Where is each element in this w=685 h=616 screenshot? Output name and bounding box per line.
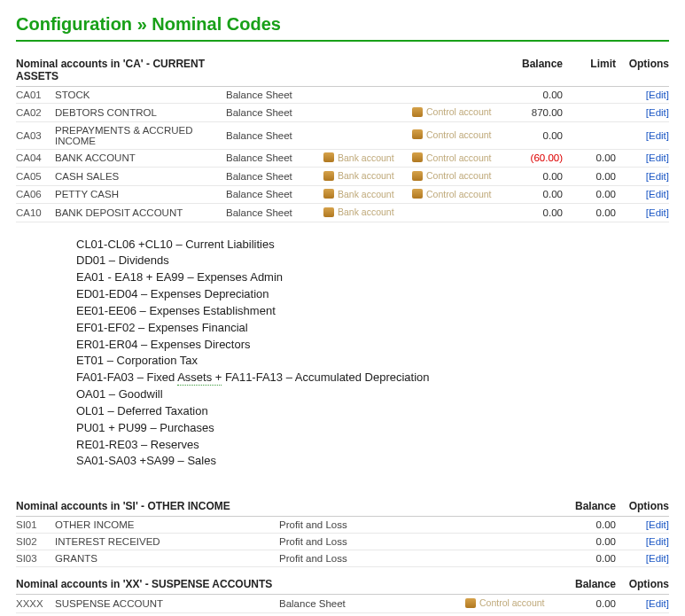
table-row: SI01OTHER INCOMEProfit and Loss0.00[Edit… [16,517,669,534]
limit-header: Limit [563,58,616,82]
edit-link[interactable]: [Edit] [646,598,669,609]
account-type: Balance Sheet [226,130,323,141]
edit-link[interactable]: [Edit] [646,189,669,199]
options-cell: [Edit] [616,553,669,564]
list-item: SA01-SA03 +SA99 – Sales [76,453,669,470]
list-item: PU01 + PU99 – Purchases [76,420,669,437]
edit-link[interactable]: [Edit] [646,553,669,564]
bank-account-label: Bank account [338,207,394,217]
balance-value: 0.00 [554,553,616,564]
list-item: RE01-RE03 – Reserves [76,437,669,454]
options-header: Options [616,58,669,82]
balance-value: 0.00 [501,189,563,199]
control-account-tag: Control account [465,597,554,610]
table-row: CA03PREPAYMENTS & ACCRUED INCOMEBalance … [16,122,669,150]
table-row: CA10BANK DEPOSIT ACCOUNTBalance SheetBan… [16,204,669,222]
control-account-icon [412,152,423,162]
options-cell: [Edit] [616,130,669,141]
account-type: Balance Sheet [226,152,323,163]
edit-link[interactable]: [Edit] [646,519,669,530]
list-item: EA01 - EA18 + EA99 – Expenses Admin [76,269,669,286]
balance-value: 0.00 [554,519,616,530]
section-header: Nominal accounts in 'XX' - SUSPENSE ACCO… [16,574,669,595]
section-header: Nominal accounts in 'CA' - CURRENT ASSET… [16,54,669,87]
bank-account-label: Bank account [338,170,394,181]
list-item: EF01-EF02 – Expenses Financial [76,320,669,337]
edit-link[interactable]: [Edit] [646,152,669,163]
account-type: Balance Sheet [226,171,323,182]
options-cell: [Edit] [616,207,669,218]
bank-account-icon [323,207,334,217]
account-type: Balance Sheet [226,107,323,118]
table-row: CA04BANK ACCOUNTBalance SheetBank accoun… [16,150,669,168]
account-name: CASH SALES [55,171,226,182]
account-code: SI01 [16,519,55,530]
section-label: Nominal accounts in 'XX' - SUSPENSE ACCO… [16,578,279,590]
edit-link[interactable]: [Edit] [646,536,669,547]
account-type: Profit and Loss [279,553,377,564]
section-label: Nominal accounts in 'SI' - OTHER INCOME [16,500,279,512]
list-item: EE01-EE06 – Expenses Establishment [76,303,669,320]
options-cell: [Edit] [616,519,669,530]
section-label: Nominal accounts in 'CA' - CURRENT ASSET… [16,58,226,82]
account-type: Profit and Loss [279,519,377,530]
table-row: CA02DEBTORS CONTROLBalance SheetControl … [16,104,669,122]
edit-link[interactable]: [Edit] [646,171,669,182]
control-account-icon [412,129,423,139]
account-name: BANK ACCOUNT [55,152,226,163]
options-header: Options [616,500,669,512]
account-code: CA06 [16,189,55,199]
col-blank [226,58,323,82]
balance-value: 0.00 [501,207,563,218]
table-row: CA01STOCKBalance Sheet0.00[Edit] [16,87,669,104]
table-row: SI03GRANTSProfit and Loss0.00[Edit] [16,550,669,567]
balance-header: Balance [501,58,563,82]
list-item: FA01-FA03 – Fixed Assets + FA11-FA13 – A… [76,370,669,386]
edit-link[interactable]: [Edit] [646,130,669,141]
account-code: CA03 [16,130,55,141]
options-cell: [Edit] [616,189,669,199]
list-item: OL01 – Deferred Taxation [76,403,669,420]
limit-value: 0.00 [563,189,616,199]
bank-account-icon [323,171,334,181]
bank-account-tag: Bank account [323,170,412,183]
account-code: CA02 [16,107,55,118]
list-item: OA01 – Goodwill [76,386,669,403]
bank-account-label: Bank account [338,189,394,199]
col-blank [279,500,377,512]
bank-account-label: Bank account [338,152,394,163]
edit-link[interactable]: [Edit] [646,107,669,118]
account-code: CA01 [16,90,55,100]
account-name: DEBTORS CONTROL [55,107,226,118]
account-type: Balance Sheet [226,207,323,218]
account-type: Balance Sheet [226,189,323,199]
options-cell: [Edit] [616,536,669,547]
account-code: CA10 [16,207,55,218]
control-account-tag: Control account [412,106,501,119]
account-code: SI03 [16,553,55,564]
edit-link[interactable]: [Edit] [646,90,669,100]
table-row: XXXXSUSPENSE ACCOUNTBalance SheetControl… [16,595,669,613]
edit-link[interactable]: [Edit] [646,207,669,218]
account-name: GRANTS [55,553,279,564]
account-type: Profit and Loss [279,536,377,547]
control-account-label: Control account [479,597,545,608]
balance-value: 0.00 [501,90,563,100]
title-divider [16,40,669,42]
control-account-label: Control account [426,189,492,199]
options-cell: [Edit] [616,107,669,118]
limit-value: 0.00 [563,207,616,218]
bank-account-icon [323,152,334,162]
account-name: SUSPENSE ACCOUNT [55,598,279,609]
control-account-tag: Control account [412,189,501,201]
col-blank [279,578,377,590]
section-header: Nominal accounts in 'SI' - OTHER INCOMEB… [16,496,669,517]
account-name: PETTY CASH [55,189,226,199]
control-account-label: Control account [426,152,492,163]
balance-value: 0.00 [554,536,616,547]
code-range-notes: CL01-CL06 +CL10 – Current LiabilitiesDD0… [76,237,669,471]
spellcheck-underline: Assets + [177,370,222,386]
table-row: SI02INTEREST RECEIVEDProfit and Loss0.00… [16,534,669,550]
limit-value: 0.00 [563,171,616,182]
list-item: DD01 – Dividends [76,253,669,269]
